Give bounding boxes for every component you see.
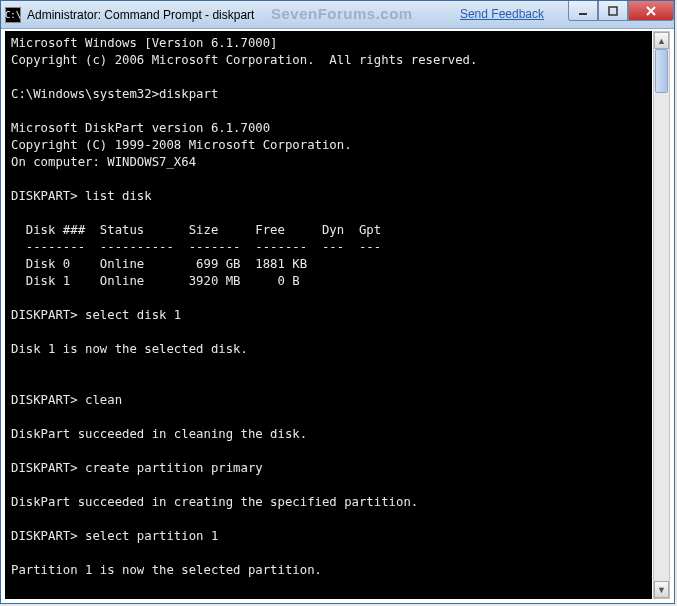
svg-rect-1	[609, 7, 617, 15]
close-icon	[645, 6, 657, 16]
maximize-button[interactable]	[598, 1, 628, 21]
terminal-output[interactable]: Microsoft Windows [Version 6.1.7000] Cop…	[5, 31, 652, 599]
line: DISKPART> active	[11, 597, 129, 599]
line: DISKPART> select disk 1	[11, 308, 181, 322]
line: Microsoft DiskPart version 6.1.7000	[11, 121, 270, 135]
line: C:\Windows\system32>diskpart	[11, 87, 218, 101]
send-feedback-link[interactable]: Send Feedback	[460, 7, 544, 21]
scrollbar-thumb[interactable]	[655, 49, 668, 93]
line: DISKPART> create partition primary	[11, 461, 263, 475]
svg-rect-0	[579, 13, 587, 15]
close-button[interactable]	[628, 1, 674, 21]
line: DISKPART> list disk	[11, 189, 152, 203]
line: Copyright (c) 2006 Microsoft Corporation…	[11, 53, 477, 67]
line: Copyright (C) 1999-2008 Microsoft Corpor…	[11, 138, 352, 152]
line: Partition 1 is now the selected partitio…	[11, 563, 322, 577]
line: On computer: WINDOWS7_X64	[11, 155, 196, 169]
chevron-up-icon: ▲	[657, 36, 666, 46]
chevron-down-icon: ▼	[657, 585, 666, 595]
table-sep: -------- ---------- ------- ------- --- …	[11, 240, 381, 254]
line: DISKPART> clean	[11, 393, 122, 407]
table-header: Disk ### Status Size Free Dyn Gpt	[11, 223, 381, 237]
window-title: Administrator: Command Prompt - diskpart	[27, 8, 254, 22]
vertical-scrollbar[interactable]: ▲ ▼	[653, 31, 670, 599]
scrollbar-track[interactable]	[654, 49, 669, 581]
titlebar[interactable]: C:\ Administrator: Command Prompt - disk…	[1, 1, 674, 29]
content-area: Microsoft Windows [Version 6.1.7000] Cop…	[1, 29, 674, 603]
minimize-button[interactable]	[568, 1, 598, 21]
maximize-icon	[608, 6, 618, 16]
window-controls	[568, 1, 674, 21]
app-icon: C:\	[5, 7, 21, 23]
line: DiskPart succeeded in cleaning the disk.	[11, 427, 307, 441]
line: DiskPart succeeded in creating the speci…	[11, 495, 418, 509]
scroll-up-button[interactable]: ▲	[654, 32, 669, 49]
line: DISKPART> select partition 1	[11, 529, 218, 543]
table-row: Disk 1 Online 3920 MB 0 B	[11, 274, 300, 288]
watermark-text: SevenForums.com	[271, 5, 413, 22]
line: Disk 1 is now the selected disk.	[11, 342, 248, 356]
minimize-icon	[578, 6, 588, 16]
command-prompt-window: C:\ Administrator: Command Prompt - disk…	[0, 0, 675, 604]
table-row: Disk 0 Online 699 GB 1881 KB	[11, 257, 307, 271]
scroll-down-button[interactable]: ▼	[654, 581, 669, 598]
line: Microsoft Windows [Version 6.1.7000]	[11, 36, 278, 50]
